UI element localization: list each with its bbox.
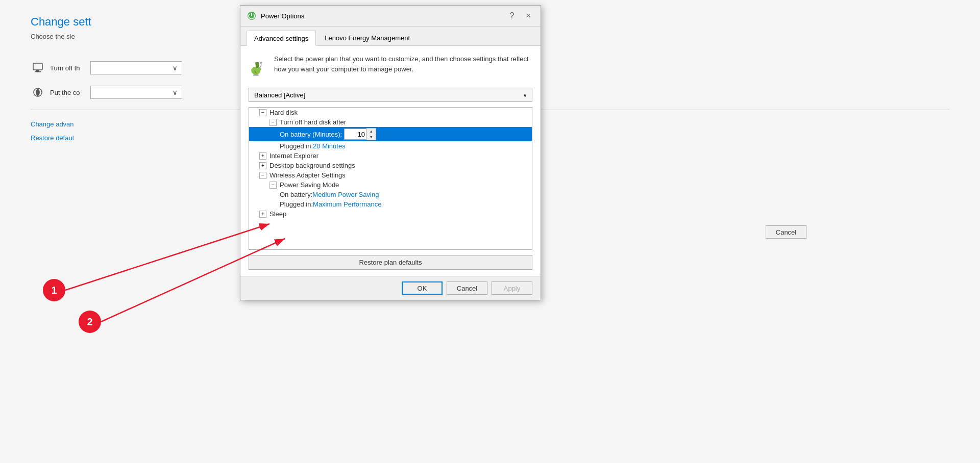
tree-item-pluggedin-hdd[interactable]: Plugged in: 20 Minutes <box>249 141 532 151</box>
dialog-titlebar: Power Options ? × <box>240 6 541 27</box>
tree-item-sleep[interactable]: + Sleep <box>249 209 532 219</box>
tree-expand-wireless[interactable]: − <box>259 172 266 179</box>
tree-label-turnoff: Turn off hard disk after <box>280 118 346 126</box>
dialog-footer: OK Cancel Apply <box>240 276 541 300</box>
annotation-1: 1 <box>43 279 65 301</box>
tab-lenovo-energy[interactable]: Lenovo Energy Management <box>317 31 418 45</box>
tree-item-desktop[interactable]: + Desktop background settings <box>249 161 532 170</box>
tree-container[interactable]: − Hard disk − Turn off hard disk after O… <box>249 107 532 250</box>
spinner-buttons: ▲ ▼ <box>366 128 376 140</box>
apply-button[interactable]: Apply <box>492 281 532 295</box>
tree-label-wireless: Wireless Adapter Settings <box>270 171 346 179</box>
tree-item-onbattery[interactable]: On battery (Minutes): ▲ ▼ <box>249 127 532 141</box>
annotation-2: 2 <box>79 311 101 333</box>
bg-cancel-area: Cancel <box>766 225 806 239</box>
dialog-close-button[interactable]: × <box>522 10 534 22</box>
tree-item-turnoff[interactable]: − Turn off hard disk after <box>249 117 532 127</box>
svg-rect-2 <box>35 71 41 72</box>
power-options-icon <box>247 11 257 21</box>
dialog-description: Select the power plan that you want to c… <box>249 54 532 81</box>
tree-label-onbattery-ps: On battery: <box>280 191 312 198</box>
plan-dropdown[interactable]: Balanced [Active] ∨ <box>249 88 532 102</box>
spinner-down[interactable]: ▼ <box>366 134 376 140</box>
tree-item-powersaving[interactable]: − Power Saving Mode <box>249 180 532 190</box>
monitor-icon <box>31 61 45 75</box>
tree-label-ie: Internet Explorer <box>270 152 318 160</box>
tree-expand-turnoff[interactable]: − <box>270 119 277 126</box>
dialog-title-controls: ? × <box>506 10 534 22</box>
tree-label-harddisk: Hard disk <box>270 109 298 116</box>
bg-dropdown-2-arrow: ∨ <box>173 89 178 96</box>
tree-expand-ie[interactable]: + <box>259 152 266 160</box>
cancel-button[interactable]: Cancel <box>447 281 487 295</box>
tree-expand-harddisk[interactable]: − <box>259 109 266 116</box>
bg-row-2-label: Put the co <box>50 89 80 96</box>
power-options-dialog: Power Options ? × Advanced settings Leno… <box>240 5 541 300</box>
power-plan-icon <box>249 54 266 81</box>
bg-dropdown-1[interactable]: ∨ <box>90 61 182 74</box>
tab-advanced-settings[interactable]: Advanced settings <box>247 31 316 46</box>
svg-rect-0 <box>33 63 42 70</box>
tree-item-harddisk[interactable]: − Hard disk <box>249 108 532 117</box>
tree-item-pluggedin-ps[interactable]: Plugged in: Maximum Performance <box>249 199 532 209</box>
plan-dropdown-value: Balanced [Active] <box>254 91 305 99</box>
bg-row-1-label: Turn off th <box>50 64 80 72</box>
tree-label-sleep: Sleep <box>270 210 286 218</box>
tree-expand-powersaving[interactable]: − <box>270 182 277 189</box>
sleep-icon <box>31 85 45 99</box>
tree-item-ie[interactable]: + Internet Explorer <box>249 151 532 161</box>
tree-label-desktop: Desktop background settings <box>270 162 355 169</box>
tree-value-pluggedin-hdd: 20 Minutes <box>313 142 346 150</box>
tree-label-powersaving: Power Saving Mode <box>280 181 339 189</box>
tree-label-pluggedin-ps: Plugged in: <box>280 200 313 208</box>
tree-label-onbattery: On battery (Minutes): <box>280 131 342 138</box>
dialog-tabs: Advanced settings Lenovo Energy Manageme… <box>240 27 541 46</box>
ok-button[interactable]: OK <box>402 281 443 295</box>
tree-expand-sleep[interactable]: + <box>259 211 266 218</box>
dialog-title-text: Power Options <box>261 12 304 20</box>
dialog-title-left: Power Options <box>247 11 304 21</box>
tree-item-wireless[interactable]: − Wireless Adapter Settings <box>249 170 532 180</box>
tree-label-pluggedin-hdd: Plugged in: <box>280 142 313 150</box>
svg-rect-6 <box>259 68 261 70</box>
dialog-content: Select the power plan that you want to c… <box>240 46 541 276</box>
spinner-input[interactable] <box>344 128 366 140</box>
restore-plan-defaults-button[interactable]: Restore plan defaults <box>249 255 532 270</box>
tree-item-onbattery-ps[interactable]: On battery: Medium Power Saving <box>249 190 532 199</box>
bg-cancel-button[interactable]: Cancel <box>766 225 806 239</box>
bg-dropdown-2[interactable]: ∨ <box>90 86 182 99</box>
spinner-up[interactable]: ▲ <box>366 128 376 134</box>
svg-point-8 <box>260 62 262 64</box>
tree-value-pluggedin-ps: Maximum Performance <box>313 200 381 208</box>
tree-expand-desktop[interactable]: + <box>259 162 266 169</box>
dialog-desc-text: Select the power plan that you want to c… <box>274 54 532 74</box>
bg-dropdown-1-arrow: ∨ <box>173 64 178 72</box>
dialog-help-button[interactable]: ? <box>506 10 518 22</box>
tree-value-onbattery-ps: Medium Power Saving <box>312 191 379 198</box>
spinner-wrap: ▲ ▼ <box>344 128 376 140</box>
svg-rect-7 <box>253 74 258 75</box>
plan-dropdown-arrow: ∨ <box>523 92 527 98</box>
svg-rect-1 <box>36 70 39 71</box>
